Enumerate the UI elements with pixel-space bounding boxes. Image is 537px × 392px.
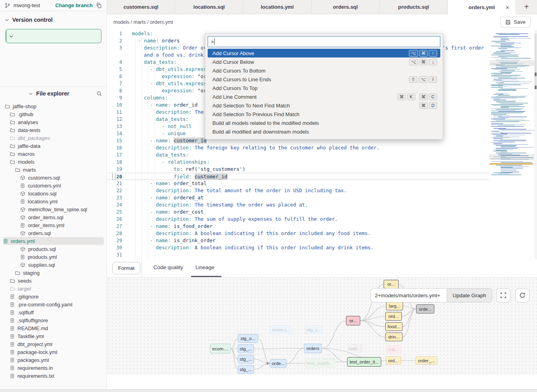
lineage-node-food[interactable]: food... bbox=[385, 322, 403, 331]
minimap[interactable] bbox=[489, 30, 534, 273]
tree-file-requirements.in[interactable]: requirements.in bbox=[0, 364, 107, 372]
lineage-node-ecom[interactable]: ecom.... bbox=[210, 344, 231, 354]
lineage-node-cus_f[interactable]: cus... bbox=[386, 345, 401, 353]
tree-file-locations.yml[interactable]: locations.yml bbox=[0, 197, 107, 205]
tree-folder-target[interactable]: target bbox=[0, 285, 107, 293]
lineage-node-ord_y2[interactable]: ord... bbox=[386, 356, 401, 365]
command-item[interactable]: Add Selection To Next Find Match⌘D bbox=[208, 101, 440, 110]
minimap-viewport[interactable] bbox=[489, 60, 534, 66]
lineage-node-or_top[interactable]: or... bbox=[384, 280, 399, 289]
command-item[interactable]: Add Cursors to Line Ends⇧⌥I bbox=[208, 75, 440, 84]
tab-lineage[interactable]: Lineage bbox=[195, 264, 214, 270]
code-line[interactable]: 30 description: A boolean indicating if … bbox=[107, 244, 489, 251]
lineage-node-test_o[interactable]: test_order_it... bbox=[347, 357, 381, 367]
code-line[interactable]: 23 - name: ordered_at bbox=[107, 194, 489, 201]
tab-products.sql[interactable]: products.sql bbox=[380, 0, 448, 14]
lineage-node-larg[interactable]: larg... bbox=[386, 302, 403, 310]
tree-file-.sqlfluff[interactable]: .sqlfluff bbox=[0, 308, 107, 316]
code-line[interactable]: 24 description: The timestamp the order … bbox=[107, 201, 489, 208]
version-control-header[interactable]: Version control bbox=[0, 11, 107, 26]
lineage-node-order_y3[interactable]: order_... bbox=[415, 356, 438, 365]
tree-file-.gitignore[interactable]: .gitignore bbox=[0, 293, 107, 300]
command-item[interactable]: Add Selection To Previous Find Match bbox=[208, 110, 440, 119]
code-line[interactable]: 28 description: A boolean indicating if … bbox=[107, 230, 489, 237]
tree-file-metricflow_time_spine.sql[interactable]: metricflow_time_spine.sql bbox=[0, 205, 107, 213]
command-item[interactable]: Add Cursor Below⌥⌘↓ bbox=[208, 57, 440, 66]
tree-file-orders.yml[interactable]: orders.yml bbox=[3, 237, 104, 245]
file-explorer-header[interactable]: File explorer bbox=[0, 87, 107, 100]
format-button[interactable]: Format bbox=[112, 262, 140, 274]
tab-customers.sql[interactable]: customers.sql bbox=[107, 0, 175, 14]
lineage-graph[interactable]: 2+models/marts/orders.yml+ Update Graph … bbox=[107, 278, 537, 375]
create-pr-button[interactable]: Create a pull request on Git... bbox=[6, 29, 101, 43]
lineage-node-orders[interactable]: orders bbox=[304, 344, 322, 353]
copy-icon[interactable] bbox=[96, 2, 102, 8]
create-pr-dropdown[interactable] bbox=[6, 29, 16, 43]
tree-file-.sqlfluffignore[interactable]: .sqlfluffignore bbox=[0, 316, 107, 324]
code-line[interactable]: 27 - name: is_food_order bbox=[107, 223, 489, 230]
command-item[interactable]: Build all models related to the modified… bbox=[208, 119, 440, 127]
tree-file-customers.sql[interactable]: customers.sql bbox=[0, 174, 107, 182]
code-line[interactable]: 22 description: The total amount of the … bbox=[107, 187, 489, 194]
tree-file-packages.yml[interactable]: packages.yml bbox=[0, 356, 107, 364]
editor-scrollbar[interactable] bbox=[534, 30, 537, 273]
code-editor[interactable]: 1models:2 - name: orders3 description: O… bbox=[107, 30, 537, 273]
lineage-node-or_pink[interactable]: or... bbox=[346, 316, 360, 325]
command-item[interactable]: Add Cursors To Bottom bbox=[208, 66, 440, 75]
tree-file-order_items.yml[interactable]: order_items.yml bbox=[0, 221, 107, 229]
tree-file-order_items.sql[interactable]: order_items.sql bbox=[0, 213, 107, 221]
tree-folder-data-tests[interactable]: data-tests bbox=[0, 126, 107, 134]
tree-file-Taskfile.yml[interactable]: Taskfile.yml bbox=[0, 332, 107, 340]
tree-file-supplies.sql[interactable]: supplies.sql bbox=[0, 261, 107, 269]
command-item[interactable]: Add Cursor Above⌥⌘↑ bbox=[208, 49, 440, 57]
tree-file-requirements.txt[interactable]: requirements.txt bbox=[0, 372, 107, 380]
tree-folder-.github[interactable]: .github bbox=[0, 110, 107, 118]
code-line[interactable]: 31 bbox=[107, 251, 489, 258]
refresh-button[interactable] bbox=[515, 288, 529, 302]
tree-folder-staging[interactable]: staging bbox=[0, 269, 107, 277]
tab-locations.sql[interactable]: locations.sql bbox=[175, 0, 243, 14]
lineage-filter-input[interactable]: 2+models/marts/orders.yml+ bbox=[371, 288, 447, 302]
save-button[interactable]: Save bbox=[500, 17, 531, 28]
command-item[interactable]: Build all modified and downstream models bbox=[208, 127, 440, 136]
tree-file-locations.sql[interactable]: locations.sql bbox=[0, 189, 107, 197]
tab-orders.sql[interactable]: orders.sql bbox=[311, 0, 380, 14]
minimap-viewport[interactable] bbox=[489, 154, 534, 160]
code-line[interactable]: 29 - name: is_drink_order bbox=[107, 237, 489, 244]
command-item[interactable]: Add Line Comment⌘K⌘C bbox=[208, 92, 440, 101]
lineage-node-stg_2[interactable]: stg_... bbox=[238, 355, 254, 363]
lineage-node-ord_y1[interactable]: ord... bbox=[385, 312, 402, 321]
tree-folder-marts[interactable]: marts bbox=[0, 166, 107, 174]
code-line[interactable]: 16 description: The foreign key relating… bbox=[107, 144, 489, 151]
fullscreen-button[interactable] bbox=[496, 288, 510, 302]
code-line[interactable]: 21 - name: order_total bbox=[107, 180, 489, 187]
tree-file-products.sql[interactable]: products.sql bbox=[0, 245, 107, 253]
tree-folder-jaffle-shop[interactable]: jaffle-shop bbox=[0, 102, 107, 110]
tree-file-orders.sql[interactable]: orders.sql bbox=[0, 229, 107, 237]
update-graph-button[interactable]: Update Graph bbox=[447, 288, 492, 302]
tree-folder-dbt_packages[interactable]: dbt_packages bbox=[0, 134, 107, 142]
search-icon[interactable] bbox=[96, 91, 102, 97]
lineage-node-ecom_r[interactable]: ecom.r... bbox=[269, 325, 292, 334]
lineage-node-orde_g[interactable]: orde... bbox=[416, 304, 434, 314]
tab-code-quality[interactable]: Code quality bbox=[153, 264, 183, 270]
close-icon[interactable]: × bbox=[506, 4, 509, 11]
code-line[interactable]: 19 to: ref('stg_customers') bbox=[107, 166, 489, 173]
tree-file-products.yml[interactable]: products.yml bbox=[0, 253, 107, 261]
tree-file-package-lock.yml[interactable]: package-lock.yml bbox=[0, 348, 107, 356]
lineage-node-cust_f[interactable]: cust... bbox=[347, 344, 362, 352]
tree-file-README.md[interactable]: README.md bbox=[0, 324, 107, 332]
lineage-node-test_s[interactable]: test_supply... bbox=[305, 359, 335, 367]
lineage-node-drin[interactable]: drin... bbox=[385, 333, 403, 341]
tree-file-dbt_project.yml[interactable]: dbt_project.yml bbox=[0, 340, 107, 348]
lineage-node-stg_c[interactable]: stg_c... bbox=[305, 325, 323, 334]
command-item[interactable]: Add Cursors To Top bbox=[208, 84, 440, 92]
scrollbar-thumb[interactable] bbox=[535, 33, 537, 89]
new-tab-button[interactable]: + bbox=[516, 0, 537, 14]
tab-locations.yml[interactable]: locations.yml bbox=[243, 0, 311, 14]
tab-orders.yml[interactable]: orders.yml× bbox=[448, 0, 516, 15]
tree-folder-analyses[interactable]: analyses bbox=[0, 118, 107, 126]
code-line[interactable]: 25 - name: order_cost bbox=[107, 208, 489, 216]
tree-folder-macros[interactable]: macros bbox=[0, 150, 107, 158]
change-branch-link[interactable]: Change branch bbox=[55, 2, 93, 8]
